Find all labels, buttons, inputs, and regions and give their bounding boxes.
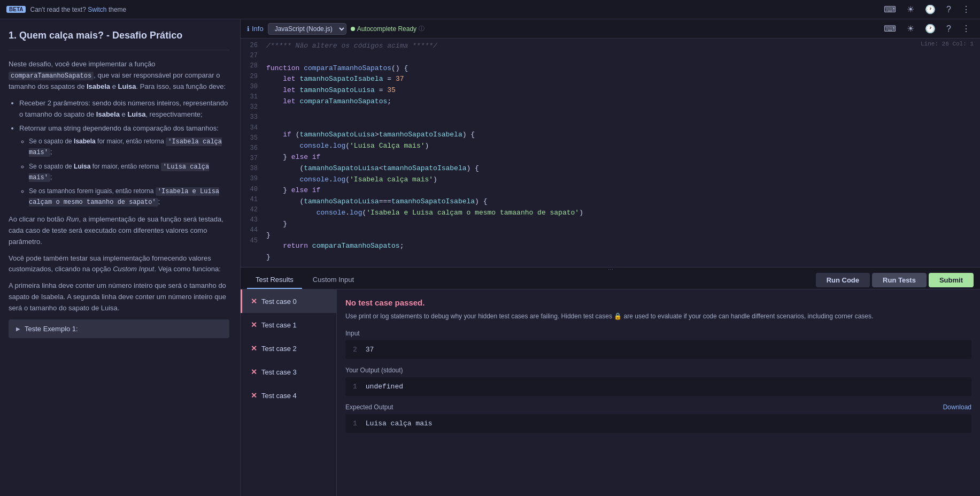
example-label: Teste Exemplo 1:	[25, 325, 78, 333]
keyboard-icon-btn[interactable]: ⌨	[881, 3, 899, 16]
test-case-label-0: Test case 0	[261, 297, 297, 306]
line-numbers: 2627282930 3132333435 3637383940 4142434…	[241, 39, 262, 265]
page-title: 1. Quem calça mais? - Desafio Prático	[9, 30, 229, 41]
stdout-header: Your Output (stdout)	[345, 367, 971, 374]
test-case-label-3: Test case 3	[261, 368, 297, 376]
main-layout: 1. Quem calça mais? - Desafio Prático Ne…	[0, 19, 980, 496]
stdout-code-block: 1 undefined	[345, 377, 971, 396]
tab-test-results[interactable]: Test Results	[247, 271, 302, 289]
top-bar-left: BETA Can't read the text? Switch theme	[6, 6, 126, 13]
expected-code-block: 1 Luisa calça mais	[345, 414, 971, 433]
info-circle-icon: ⓘ	[419, 25, 425, 33]
expected-label: Expected Output	[345, 403, 393, 411]
fail-icon-2: ✕	[251, 344, 257, 353]
more-editor-icon-btn[interactable]: ⋮	[959, 22, 974, 35]
code-lines: 2627282930 3132333435 3637383940 4142434…	[241, 39, 980, 265]
editor-toolbar-icons: ⌨ ☀ 🕐 ? ⋮	[881, 22, 974, 35]
autocomplete-badge: Autocomplete Ready ⓘ	[351, 25, 425, 33]
top-toolbar-icons: ⌨ ☀ 🕐 ? ⋮	[881, 3, 974, 16]
bullet-params: Receber 2 parâmetros: sendo dois números…	[19, 98, 229, 120]
cant-read-text: Can't read the text? Switch theme	[30, 6, 126, 13]
bottom-panel: Test Results Custom Input Run Code Run T…	[241, 271, 980, 496]
fail-icon-0: ✕	[251, 297, 257, 306]
more-options-btn[interactable]: ⋮	[959, 3, 974, 16]
sun-editor-icon-btn[interactable]: ☀	[904, 22, 917, 35]
test-case-item-3[interactable]: ✕ Test case 3	[241, 360, 336, 384]
sub-bullets: Se o sapato de Isabela for maior, então …	[29, 136, 229, 208]
sub-bullet-luisa: Se o sapato de Luisa for maior, então re…	[29, 162, 229, 183]
autocomplete-label: Autocomplete Ready	[357, 25, 416, 33]
test-case-detail: No test case passed. Use print or log st…	[337, 289, 980, 496]
editor-toolbar: ℹ Info JavaScript (Node.js) Autocomplete…	[241, 19, 980, 39]
expected-header: Expected Output Download	[345, 403, 971, 411]
fail-icon-1: ✕	[251, 321, 257, 329]
input-line-num: 2	[353, 346, 357, 354]
download-link[interactable]: Download	[943, 403, 971, 411]
line-col-indicator: Line: 26 Col: 1	[921, 41, 974, 47]
test-case-label-4: Test case 4	[261, 392, 297, 400]
test-case-item-0[interactable]: ✕ Test case 0	[241, 289, 336, 313]
expected-val: Luisa calça mais	[366, 419, 433, 428]
help-icon-btn[interactable]: ?	[943, 4, 954, 16]
test-cases-list: ✕ Test case 0 ✕ Test case 1 ✕ Test case …	[241, 289, 337, 496]
input-line-val: 37	[366, 346, 374, 354]
history-icon-btn[interactable]: 🕐	[922, 3, 939, 16]
test-case-item-1[interactable]: ✕ Test case 1	[241, 313, 336, 337]
submit-button[interactable]: Submit	[929, 273, 974, 287]
beta-badge: BETA	[6, 6, 26, 13]
info-icon: ℹ	[247, 25, 250, 33]
test-results-area: ✕ Test case 0 ✕ Test case 1 ✕ Test case …	[241, 289, 980, 496]
example-bar[interactable]: ▶ Teste Exemplo 1:	[9, 319, 229, 338]
bottom-tabs-bar: Test Results Custom Input Run Code Run T…	[241, 271, 980, 289]
resize-handle[interactable]: ⋯	[241, 267, 980, 271]
history-editor-icon-btn[interactable]: 🕐	[922, 22, 939, 35]
main-bullets: Receber 2 parâmetros: sendo dois números…	[19, 98, 229, 208]
stdout-line-num: 1	[353, 383, 357, 391]
stdout-val: undefined	[366, 383, 403, 391]
bullet-return: Retornar uma string dependendo da compar…	[19, 123, 229, 208]
fail-icon-3: ✕	[251, 368, 257, 376]
test-case-item-2[interactable]: ✕ Test case 2	[241, 337, 336, 360]
code-content[interactable]: /***** Não altere os códigos acima *****…	[262, 39, 980, 265]
hint-message: Use print or log statements to debug why…	[345, 311, 971, 321]
left-panel: 1. Quem calça mais? - Desafio Prático Ne…	[0, 19, 241, 496]
fail-icon-4: ✕	[251, 391, 257, 400]
tab-custom-input[interactable]: Custom Input	[304, 271, 362, 289]
intro-paragraph: Neste desafio, você deve implementar a f…	[9, 59, 229, 93]
input-section-label: Input	[345, 330, 971, 337]
run-explanation: Ao clicar no botão Run, a implementação …	[9, 214, 229, 247]
test-case-label-2: Test case 2	[261, 345, 297, 353]
expected-line-num: 1	[353, 419, 357, 428]
no-pass-message: No test case passed.	[345, 298, 971, 307]
input-code-block: 2 37	[345, 340, 971, 359]
test-case-label-1: Test case 1	[261, 321, 297, 329]
right-panel: ℹ Info JavaScript (Node.js) Autocomplete…	[241, 19, 980, 496]
switch-theme-link[interactable]: Switch	[88, 6, 106, 13]
triangle-icon: ▶	[16, 326, 20, 332]
code-editor[interactable]: Line: 26 Col: 1 2627282930 3132333435 36…	[241, 39, 980, 267]
help-editor-icon-btn[interactable]: ?	[943, 23, 954, 35]
sub-bullet-equal: Se os tamanhos forem iguais, então retor…	[29, 186, 229, 208]
run-tests-button[interactable]: Run Tests	[872, 273, 927, 287]
theme-toggle-btn[interactable]: ☀	[904, 3, 917, 16]
info-tab-label: Info	[252, 25, 264, 33]
sub-bullet-isabela: Se o sapato de Isabela for maior, então …	[29, 136, 229, 158]
info-tab[interactable]: ℹ Info	[247, 25, 264, 33]
custom-input-detail: A primeira linha deve conter um número i…	[9, 280, 229, 314]
green-dot-icon	[351, 27, 355, 31]
language-select[interactable]: JavaScript (Node.js)	[268, 23, 346, 35]
keyboard-editor-icon-btn[interactable]: ⌨	[881, 22, 899, 35]
custom-input-explanation: Você pode também testar sua implementaçã…	[9, 253, 229, 276]
test-case-item-4[interactable]: ✕ Test case 4	[241, 384, 336, 407]
run-code-button[interactable]: Run Code	[816, 273, 870, 287]
stdout-label: Your Output (stdout)	[345, 367, 403, 374]
top-bar: BETA Can't read the text? Switch theme ⌨…	[0, 0, 980, 19]
